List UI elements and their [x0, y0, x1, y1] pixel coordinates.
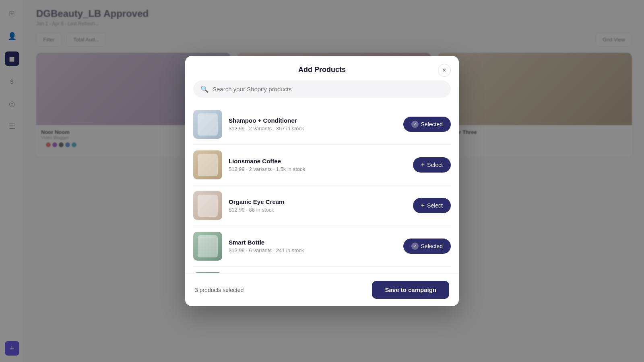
close-button[interactable]: ×: [438, 64, 451, 77]
product-select-button-lionsmane[interactable]: + Select: [413, 157, 451, 173]
product-name-eyecream: Organic Eye Cream: [229, 198, 407, 205]
product-info-lionsmane: Lionsmane Coffee $12.99 · 2 variants · 1…: [229, 158, 407, 172]
product-info-eyecream: Organic Eye Cream $12.99 · 88 in stock: [229, 198, 407, 213]
product-name-smartbottle: Smart Bottle: [229, 239, 397, 246]
save-to-campaign-button[interactable]: Save to campaign: [372, 281, 449, 299]
search-input[interactable]: [213, 86, 444, 93]
product-item-smartbottle: Smart Bottle $12.99 · 6 variants · 241 i…: [193, 226, 451, 267]
modal-overlay: Add Products × 🔍 Shampoo + Conditioner $…: [0, 0, 644, 362]
product-meta-smartbottle: $12.99 · 6 variants · 241 in stock: [229, 247, 397, 253]
product-name-lionsmane: Lionsmane Coffee: [229, 158, 407, 165]
add-products-modal: Add Products × 🔍 Shampoo + Conditioner $…: [185, 56, 459, 306]
plus-icon: +: [421, 202, 425, 209]
product-selected-button-smartbottle[interactable]: ✓ Selected: [403, 239, 451, 254]
check-icon: ✓: [411, 121, 419, 128]
search-bar[interactable]: 🔍: [193, 80, 451, 98]
product-meta-eyecream: $12.99 · 88 in stock: [229, 207, 407, 213]
product-meta-shampoo: $12.99 · 2 variants · 367 in stock: [229, 125, 397, 132]
plus-icon: +: [421, 161, 425, 169]
product-selected-button-shampoo[interactable]: ✓ Selected: [403, 117, 451, 132]
product-thumbnail-smartbottle: [193, 232, 222, 261]
check-icon: ✓: [411, 243, 419, 250]
modal-footer: 3 products selected Save to campaign: [185, 273, 459, 306]
product-meta-lionsmane: $12.99 · 2 variants · 1.5k in stock: [229, 166, 407, 172]
product-thumbnail-shampoo: [193, 110, 222, 139]
product-item-eyecream: Organic Eye Cream $12.99 · 88 in stock +…: [193, 185, 451, 226]
product-item-lionsmane: Lionsmane Coffee $12.99 · 2 variants · 1…: [193, 145, 451, 185]
product-item-shampoo: Shampoo + Conditioner $12.99 · 2 variant…: [193, 104, 451, 145]
modal-header: Add Products ×: [185, 56, 459, 80]
product-select-button-eyecream[interactable]: + Select: [413, 198, 451, 213]
product-thumbnail-eyecream: [193, 191, 222, 220]
modal-title: Add Products: [298, 66, 346, 74]
product-item-hairoil: Hemp Seed Hair Oil $12.99 · 362 in stock…: [193, 267, 451, 273]
products-list: Shampoo + Conditioner $12.99 · 2 variant…: [185, 104, 459, 273]
product-name-shampoo: Shampoo + Conditioner: [229, 117, 397, 124]
product-info-shampoo: Shampoo + Conditioner $12.99 · 2 variant…: [229, 117, 397, 132]
product-info-smartbottle: Smart Bottle $12.99 · 6 variants · 241 i…: [229, 239, 397, 253]
selected-count-label: 3 products selected: [195, 287, 244, 293]
search-icon: 🔍: [200, 85, 208, 93]
product-thumbnail-lionsmane: [193, 150, 222, 179]
